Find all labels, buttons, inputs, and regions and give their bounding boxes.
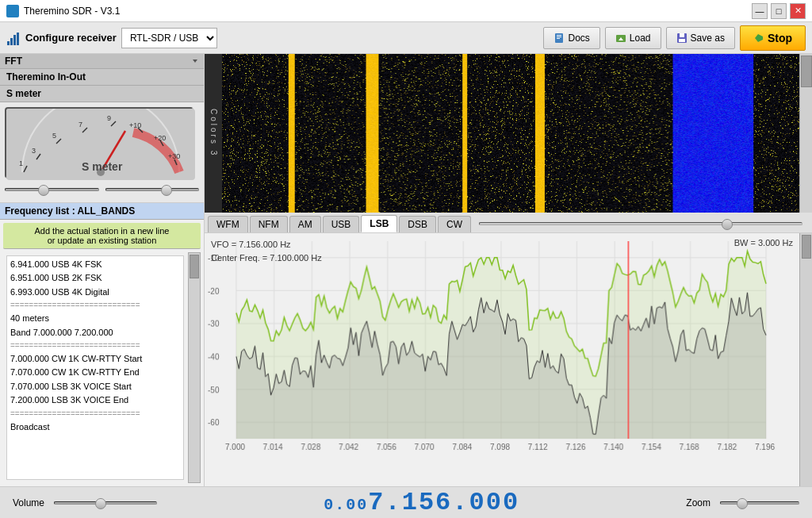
svg-text:+20: +20 [154,134,166,142]
app-title: Theremino SDR - V3.1 [24,6,120,17]
save-as-button[interactable]: Save as [666,27,735,49]
tab-wfm[interactable]: WFM [208,216,248,232]
right-panel: Colors 3 WFM NFM AM USB LSB DSB CW [205,54,812,486]
spectrum-scrollbar[interactable] [799,233,812,486]
tab-lsb[interactable]: LSB [361,215,397,232]
toolbar-left: Configure receiver RTL-SDR / USB [6,28,537,48]
svg-marker-14 [193,59,197,63]
freq-prefix: 0.00 [324,496,368,514]
tab-usb[interactable]: USB [323,216,360,232]
theremino-inout-section[interactable]: Theremino In-Out [0,69,204,86]
center-freq-label: Center Freq. = 7.100.000 Hz [211,251,322,265]
toolbar-right: Docs Load Save as Stop [543,25,806,51]
freq-list-header: Frequency list : ALL_BANDS [0,203,204,220]
spectrum-area: VFO = 7.156.000 Hz Center Freq. = 7.100.… [205,233,812,486]
tab-am[interactable]: AM [289,216,321,232]
svg-rect-2 [13,35,16,45]
frequency-display: 0.007.156.000 [167,488,676,517]
svg-text:1: 1 [19,159,23,167]
volume-slider[interactable] [54,495,157,511]
title-bar-left: Theremino SDR - V3.1 [6,5,120,17]
vfo-label: VFO = 7.156.000 Hz [211,238,322,251]
close-button[interactable]: ✕ [790,3,806,19]
toolbar: Configure receiver RTL-SDR / USB Docs Lo… [0,22,812,54]
docs-icon [553,33,565,44]
minimize-button[interactable]: — [752,3,768,19]
bottom-bar: Volume 0.007.156.000 Zoom [0,486,812,518]
waterfall-canvas [222,54,799,213]
left-panel: FFT Theremino In-Out S meter [0,54,205,486]
svg-text:9: 9 [107,114,111,122]
waterfall-colors-label: Colors 3 [205,54,222,213]
smeter-section-label: S meter [6,88,41,99]
configure-label: Configure receiver [6,30,117,46]
tab-slider[interactable] [479,216,802,232]
svg-text:+10: +10 [129,121,141,129]
freq-list-wrapper: 6.941.000 USB 4K FSK6.951.000 USB 2K FSK… [3,252,201,483]
spectrum-container: WFM NFM AM USB LSB DSB CW VFO = 7.156.00… [205,213,812,486]
waterfall-display[interactable] [222,54,799,213]
svg-text:S meter: S meter [82,160,123,173]
zoom-label: Zoom [686,497,710,508]
svg-rect-0 [7,41,10,45]
waterfall-container: Colors 3 [205,54,812,213]
theremino-inout-label: Theremino In-Out [6,71,86,82]
smeter-container: 1 3 5 7 9 +10 [0,102,204,203]
waterfall-scrollbar[interactable] [799,54,812,213]
mode-tabs: WFM NFM AM USB LSB DSB CW [205,213,812,233]
app-icon [6,5,19,17]
svg-text:5: 5 [52,132,56,140]
fft-label: FFT [5,56,22,67]
freq-main: 7.156.000 [368,488,519,517]
configure-text: Configure receiver [25,32,117,44]
svg-text:7: 7 [79,121,82,129]
fft-collapse-icon[interactable] [191,57,199,65]
load-button[interactable]: Load [605,27,661,49]
svg-text:3: 3 [32,147,36,155]
save-icon [676,33,688,44]
freq-list-hint-line1: Add the actual station in a new line [8,226,196,236]
load-icon [615,33,626,44]
spectrum-bw: BW = 3.000 Hz [734,238,793,247]
freq-list-scrollbar-thumb[interactable] [190,255,199,278]
signal-icon [6,30,22,46]
freq-list-hint: Add the actual station in a new line or … [3,223,201,249]
title-bar-controls: — □ ✕ [752,3,806,19]
tab-cw[interactable]: CW [438,216,471,232]
spectrum-scrollbar-thumb[interactable] [802,235,811,259]
freq-list-content[interactable]: 6.941.000 USB 4K FSK6.951.000 USB 2K FSK… [6,255,184,480]
smeter-display: 1 3 5 7 9 +10 [5,107,193,178]
svg-rect-6 [557,36,561,37]
title-bar: Theremino SDR - V3.1 — □ ✕ [0,0,812,22]
fft-header: FFT [0,54,204,69]
receiver-select[interactable]: RTL-SDR / USB [121,28,217,48]
stop-icon [753,33,764,44]
smeter-sliders [5,182,199,198]
freq-list-scrollbar[interactable] [188,252,201,483]
stop-button[interactable]: Stop [740,25,806,51]
docs-button[interactable]: Docs [543,27,599,49]
spectrum-info: VFO = 7.156.000 Hz Center Freq. = 7.100.… [211,238,322,264]
svg-rect-12 [679,39,685,42]
svg-rect-3 [17,33,19,45]
zoom-slider[interactable] [720,495,799,511]
maximize-button[interactable]: □ [771,3,787,19]
svg-rect-1 [10,38,13,45]
freq-list-hint-line2: or update an existing station [8,236,196,245]
tab-slider-thumb[interactable] [722,219,733,230]
smeter-slider-1[interactable] [5,182,99,198]
svg-rect-5 [557,35,561,36]
volume-label: Volume [13,497,44,508]
freq-list-label: Frequency list : ALL_BANDS [5,205,135,217]
main-container: FFT Theremino In-Out S meter [0,54,812,486]
spectrum-display[interactable] [205,233,782,455]
svg-rect-11 [680,33,684,37]
svg-marker-13 [755,34,763,42]
svg-rect-7 [557,38,560,39]
tab-nfm[interactable]: NFM [250,216,288,232]
smeter-section-header[interactable]: S meter [0,86,204,102]
smeter-slider-2[interactable] [105,182,200,198]
tab-dsb[interactable]: DSB [399,216,436,232]
waterfall-scrollbar-thumb[interactable] [801,56,812,87]
smeter-svg: 1 3 5 7 9 +10 [6,109,195,180]
